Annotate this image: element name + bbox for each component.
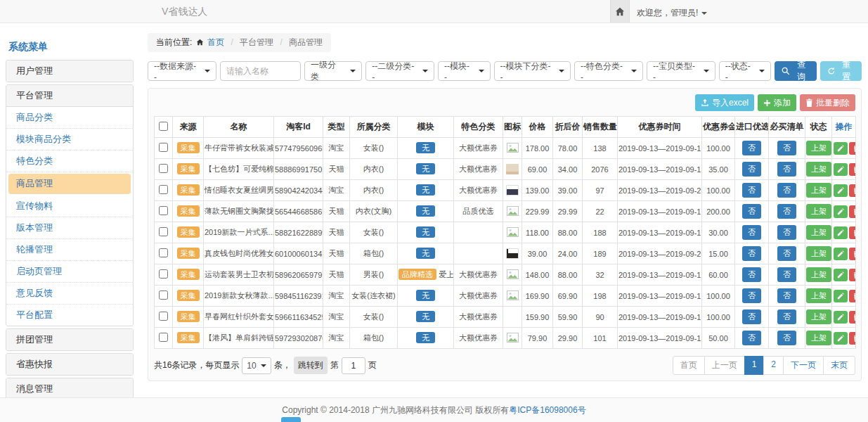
sidebar-item-拼团管理[interactable]: 拼团管理: [6, 329, 133, 350]
user-menu[interactable]: 欢迎您，管理员!: [637, 7, 707, 19]
status-badge[interactable]: 上架: [806, 141, 831, 155]
status-badge[interactable]: 上架: [806, 162, 831, 177]
filter-select[interactable]: --模块下分类--: [494, 61, 571, 81]
edit-button[interactable]: [834, 163, 848, 176]
row-checkbox[interactable]: [159, 290, 168, 300]
select-all-checkbox[interactable]: [159, 122, 168, 131]
import-select-toggle[interactable]: 否: [742, 204, 761, 219]
sidebar-subitem-意见反馈[interactable]: 意见反馈: [6, 283, 133, 305]
status-badge[interactable]: 上架: [806, 204, 831, 219]
pager-item-下一页[interactable]: 下一页: [783, 356, 824, 375]
sidebar-item-消息管理[interactable]: 消息管理: [6, 378, 133, 397]
import-select-toggle[interactable]: 否: [742, 267, 761, 282]
status-badge[interactable]: 上架: [806, 288, 831, 303]
sidebar-item-平台管理[interactable]: 平台管理: [6, 85, 133, 106]
must-buy-toggle[interactable]: 否: [777, 309, 796, 324]
pager-item-末页[interactable]: 末页: [823, 356, 855, 375]
sidebar-subitem-轮播管理[interactable]: 轮播管理: [6, 239, 133, 261]
must-buy-toggle[interactable]: 否: [777, 162, 796, 177]
status-badge[interactable]: 上架: [806, 246, 831, 261]
edit-button[interactable]: [834, 269, 848, 281]
sidebar-subitem-启动页管理[interactable]: 启动页管理: [6, 261, 133, 283]
pager-item-1[interactable]: 1: [744, 356, 765, 375]
delete-button[interactable]: [849, 163, 856, 176]
delete-button[interactable]: [849, 269, 856, 281]
delete-button[interactable]: [849, 332, 856, 345]
filter-select[interactable]: --数据来源--: [148, 61, 216, 81]
search-button[interactable]: 查询: [775, 61, 816, 81]
filter-select[interactable]: --特色分类--: [574, 61, 643, 81]
filter-select[interactable]: --二级分类--: [365, 61, 434, 81]
page-size-select[interactable]: 10: [242, 357, 271, 374]
import-select-toggle[interactable]: 否: [742, 309, 761, 324]
edit-button[interactable]: [834, 226, 848, 239]
delete-button[interactable]: [849, 311, 856, 324]
import-select-toggle[interactable]: 否: [742, 183, 761, 198]
filter-select[interactable]: --模块--: [438, 61, 491, 81]
sidebar-subitem-商品分类[interactable]: 商品分类: [6, 107, 133, 129]
delete-button[interactable]: [849, 205, 856, 218]
sidebar-subitem-特色分类[interactable]: 特色分类: [6, 151, 133, 172]
must-buy-toggle[interactable]: 否: [777, 331, 796, 345]
edit-button[interactable]: [834, 332, 848, 345]
edit-button[interactable]: [834, 248, 848, 260]
import-select-toggle[interactable]: 否: [742, 141, 761, 155]
page-number-input[interactable]: [342, 357, 365, 374]
filter-select[interactable]: --宝贝类型--: [647, 61, 715, 81]
edit-button[interactable]: [834, 205, 848, 218]
import-select-toggle[interactable]: 否: [742, 246, 761, 261]
sidebar-subitem-商品管理[interactable]: 商品管理: [8, 174, 131, 194]
jump-button[interactable]: 跳转到: [294, 357, 328, 374]
import-excel-button[interactable]: 导入excel: [695, 94, 754, 111]
import-select-toggle[interactable]: 否: [742, 162, 761, 177]
status-badge[interactable]: 上架: [806, 331, 831, 345]
must-buy-toggle[interactable]: 否: [777, 246, 796, 261]
home-button[interactable]: [610, 0, 630, 23]
row-checkbox[interactable]: [159, 227, 168, 236]
must-buy-toggle[interactable]: 否: [777, 267, 796, 282]
sidebar-subitem-平台配置[interactable]: 平台配置: [6, 305, 133, 326]
row-checkbox[interactable]: [159, 248, 168, 257]
must-buy-toggle[interactable]: 否: [777, 183, 796, 198]
pager-item-首页[interactable]: 首页: [673, 356, 705, 375]
filter-select[interactable]: 一级分类: [304, 61, 362, 81]
row-checkbox[interactable]: [159, 312, 168, 321]
edit-button[interactable]: [834, 311, 848, 324]
sidebar-subitem-宣传物料[interactable]: 宣传物料: [6, 196, 133, 217]
row-checkbox[interactable]: [159, 333, 168, 342]
pager-item-2[interactable]: 2: [763, 356, 784, 375]
sidebar-subitem-版本管理[interactable]: 版本管理: [6, 217, 133, 239]
sidebar-item-用户管理[interactable]: 用户管理: [6, 60, 133, 82]
delete-button[interactable]: [849, 226, 856, 239]
must-buy-toggle[interactable]: 否: [777, 225, 796, 240]
row-checkbox[interactable]: [159, 143, 168, 152]
reset-button[interactable]: 重置: [820, 61, 862, 81]
filter-select[interactable]: --状态--: [719, 61, 772, 81]
pager-item-上一页[interactable]: 上一页: [704, 356, 745, 375]
import-select-toggle[interactable]: 否: [742, 288, 761, 303]
sidebar-item-省惠快报[interactable]: 省惠快报: [6, 354, 133, 375]
row-checkbox[interactable]: [159, 206, 168, 215]
import-select-toggle[interactable]: 否: [742, 225, 761, 240]
status-badge[interactable]: 上架: [806, 309, 831, 324]
status-badge[interactable]: 上架: [806, 225, 831, 240]
breadcrumb-home-link[interactable]: 首页: [207, 37, 224, 47]
name-search-input[interactable]: [220, 61, 301, 81]
batch-delete-button[interactable]: 批量删除: [800, 94, 855, 111]
icp-link[interactable]: 粤ICP备16098006号: [509, 405, 585, 415]
row-checkbox[interactable]: [159, 185, 168, 194]
row-checkbox[interactable]: [159, 164, 168, 173]
delete-button[interactable]: [849, 184, 856, 197]
must-buy-toggle[interactable]: 否: [777, 141, 796, 155]
edit-button[interactable]: [834, 184, 848, 197]
must-buy-toggle[interactable]: 否: [777, 204, 796, 219]
edit-button[interactable]: [834, 142, 848, 155]
row-checkbox[interactable]: [159, 269, 168, 279]
delete-button[interactable]: [849, 248, 856, 260]
must-buy-toggle[interactable]: 否: [777, 288, 796, 303]
delete-button[interactable]: [849, 290, 856, 302]
status-badge[interactable]: 上架: [806, 267, 831, 282]
edit-button[interactable]: [834, 290, 848, 302]
sidebar-subitem-模块商品分类[interactable]: 模块商品分类: [6, 129, 133, 151]
import-select-toggle[interactable]: 否: [742, 331, 761, 345]
